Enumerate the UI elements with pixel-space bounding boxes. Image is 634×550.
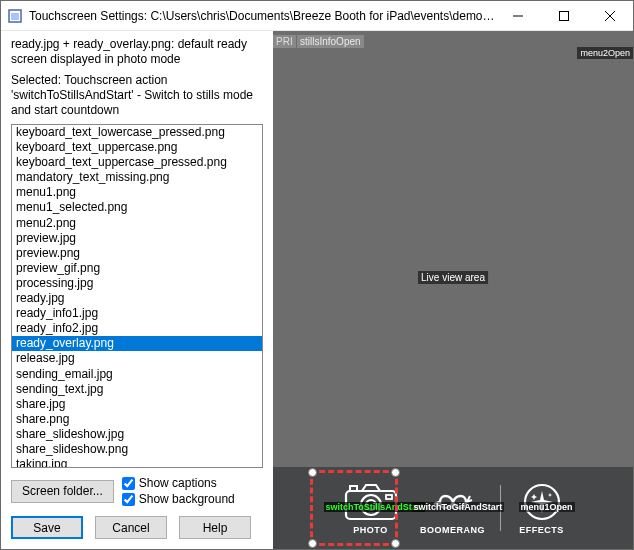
file-list-item[interactable]: ready.jpg [12, 291, 262, 306]
stills-info-open-tag[interactable]: stillsInfoOpen [297, 35, 364, 48]
effects-mode-button[interactable]: EFFECTS menu1Open [507, 472, 577, 544]
file-list-item[interactable]: taking.jpg [12, 457, 262, 468]
titlebar: Touchscreen Settings: C:\Users\chris\Doc… [1, 1, 633, 31]
file-list-item[interactable]: processing.jpg [12, 276, 262, 291]
svg-rect-7 [350, 486, 357, 491]
maximize-button[interactable] [541, 1, 587, 30]
boomerang-mode-button[interactable]: BOOMERANG switchToGifAndStart [412, 472, 494, 544]
preview-area[interactable]: PRI stillsInfoOpen menu2Open Live view a… [273, 31, 633, 549]
svg-rect-10 [386, 495, 392, 499]
pri-tag: PRI [273, 35, 296, 48]
file-list-item[interactable]: menu2.png [12, 216, 262, 231]
file-list-item[interactable]: sending_text.jpg [12, 382, 262, 397]
save-button[interactable]: Save [11, 516, 83, 539]
photo-label: PHOTO [353, 525, 387, 535]
file-list-item[interactable]: share.jpg [12, 397, 262, 412]
file-list-item[interactable]: share_slideshow.jpg [12, 427, 262, 442]
file-list-item[interactable]: menu1_selected.png [12, 200, 262, 215]
settings-window: Touchscreen Settings: C:\Users\chris\Doc… [0, 0, 634, 550]
window-body: ready.jpg + ready_overlay.png: default r… [1, 31, 633, 549]
svg-rect-1 [11, 13, 19, 20]
file-list-item[interactable]: mandatory_text_missing.png [12, 170, 262, 185]
file-listbox[interactable]: keyboard_text_lowercase_pressed.pngkeybo… [11, 124, 263, 468]
explanation-current-screen: ready.jpg + ready_overlay.png: default r… [11, 37, 263, 67]
show-background-checkbox[interactable]: Show background [122, 492, 263, 506]
show-background-input[interactable] [122, 493, 135, 506]
file-list-item[interactable]: preview.png [12, 246, 262, 261]
file-list-item[interactable]: keyboard_text_uppercase.png [12, 140, 262, 155]
photo-mode-button[interactable]: PHOTO switchToStillsAndStart [330, 472, 412, 544]
dialog-buttons: Save Cancel Help [11, 516, 263, 539]
file-list-item[interactable]: release.jpg [12, 351, 262, 366]
file-list-item[interactable]: keyboard_text_uppercase_pressed.png [12, 155, 262, 170]
file-list-item[interactable]: preview.jpg [12, 231, 262, 246]
app-icon [7, 8, 23, 24]
file-list-item[interactable]: ready_info1.jpg [12, 306, 262, 321]
help-button[interactable]: Help [179, 516, 251, 539]
explanation-selected-action: Selected: Touchscreen action 'switchToSt… [11, 73, 263, 118]
file-list-item[interactable]: ready_overlay.png [12, 336, 262, 351]
file-list-item[interactable]: sending_email.jpg [12, 367, 262, 382]
file-list-item[interactable]: share_slideshow.png [12, 442, 262, 457]
cancel-button[interactable]: Cancel [95, 516, 167, 539]
file-list-item[interactable]: ready_info2.jpg [12, 321, 262, 336]
left-panel: ready.jpg + ready_overlay.png: default r… [1, 31, 273, 549]
window-buttons [495, 1, 633, 30]
file-list-item[interactable]: menu1.png [12, 185, 262, 200]
file-list-item[interactable]: keyboard_text_lowercase_pressed.png [12, 125, 262, 140]
show-captions-checkbox[interactable]: Show captions [122, 476, 263, 490]
effects-label: EFFECTS [519, 525, 564, 535]
boomerang-label: BOOMERANG [420, 525, 485, 535]
switch-to-gif-action-label: switchToGifAndStart [412, 502, 505, 512]
file-list-item[interactable]: share.png [12, 412, 262, 427]
screen-folder-button[interactable]: Screen folder... [11, 480, 114, 503]
close-button[interactable] [587, 1, 633, 30]
file-list-item[interactable]: preview_gif.png [12, 261, 262, 276]
live-view-area-label: Live view area [418, 271, 488, 284]
switch-to-stills-action-label: switchToStillsAndStart [324, 502, 426, 512]
svg-rect-3 [560, 11, 569, 20]
mode-bar: PHOTO switchToStillsAndStart BOOMERANG s… [273, 467, 633, 549]
controls-area: Screen folder... Show captions Show back… [11, 476, 263, 539]
show-captions-label: Show captions [139, 476, 217, 490]
menu1-open-action-label: menu1Open [519, 502, 575, 512]
minimize-button[interactable] [495, 1, 541, 30]
window-title: Touchscreen Settings: C:\Users\chris\Doc… [29, 9, 495, 23]
show-captions-input[interactable] [122, 477, 135, 490]
show-background-label: Show background [139, 492, 235, 506]
menu2-open-tag[interactable]: menu2Open [577, 47, 633, 59]
